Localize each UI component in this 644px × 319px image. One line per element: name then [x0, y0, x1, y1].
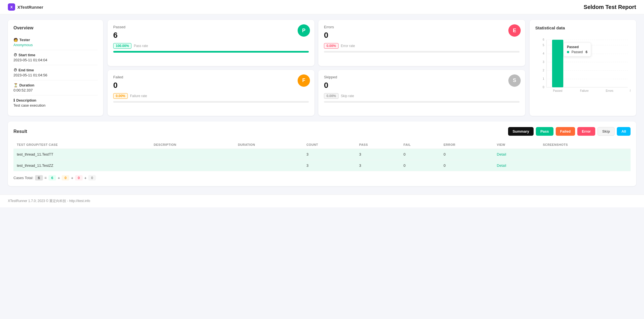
overview-end-value: 2023-05-11 01:04:56	[13, 73, 98, 77]
failed-button[interactable]: Failed	[556, 127, 575, 136]
svg-text:Failure: Failure	[580, 89, 589, 92]
passed-rate-label: Pass rate	[134, 44, 148, 48]
row1-desc	[150, 149, 235, 160]
stats-grid: Passed 6 P 100.00% Pass rate Errors 0 E …	[108, 20, 525, 116]
svg-text:Passed: Passed	[553, 89, 562, 92]
footer: XTestRunner 1.7.0; 2023 © 重定向科技 - http:/…	[0, 194, 644, 207]
row2-name: test_thread_11.TestZZ	[13, 160, 150, 171]
stat-errors-count: 0	[324, 31, 520, 40]
row2-view[interactable]: Detail	[494, 160, 539, 171]
summary-button[interactable]: Summary	[508, 127, 534, 136]
overview-tester-row: 🧑 Tester Anonymous	[13, 35, 98, 50]
detail-link-2[interactable]: Detail	[497, 163, 506, 168]
plus2: +	[71, 176, 73, 180]
footer-text: XTestRunner 1.7.0; 2023 © 重定向科技 - http:/…	[8, 199, 90, 203]
page-title: Seldom Test Report	[584, 4, 636, 10]
row1-name: test_thread_11.TestTT	[13, 149, 150, 160]
overview-tester-value: Anonymous	[13, 43, 98, 47]
error-button[interactable]: Error	[577, 127, 595, 136]
plus3: +	[84, 176, 87, 180]
row2-desc	[150, 160, 235, 171]
table-body: test_thread_11.TestTT 3 3 0 0 Detail tes…	[13, 149, 631, 171]
main-content: Overview 🧑 Tester Anonymous ⏱ Start time…	[0, 14, 644, 192]
th-error: ERROR	[440, 141, 494, 149]
skip-button[interactable]: Skip	[597, 127, 615, 136]
th-test-group: TEST GROUP/TEST CASE	[13, 141, 150, 149]
skip-count-badge: 0	[88, 175, 96, 180]
errors-progress-bar	[324, 51, 520, 53]
errors-rate-label: Error rate	[341, 44, 355, 48]
failed-icon: F	[298, 74, 310, 87]
passed-icon: P	[298, 24, 310, 37]
stat-skipped-label: Skipped	[324, 75, 520, 79]
clock-icon: ⏱	[13, 53, 17, 57]
info-icon: ℹ	[13, 98, 15, 102]
stat-skipped-count: 0	[324, 81, 520, 90]
logo: X XTestRunner	[8, 3, 43, 11]
detail-link-1[interactable]: Detail	[497, 152, 506, 156]
svg-text:1: 1	[543, 77, 544, 80]
total-count-badge: 6	[35, 175, 43, 180]
result-header: Result Summary Pass Failed Error Skip Al…	[13, 127, 631, 136]
th-view: VIEW	[494, 141, 539, 149]
svg-text:0: 0	[543, 86, 544, 89]
failed-progress-bar	[113, 101, 309, 103]
row1-error: 0	[440, 149, 494, 160]
header: X XTestRunner Seldom Test Report	[0, 0, 644, 14]
row1-view[interactable]: Detail	[494, 149, 539, 160]
svg-text:5: 5	[543, 44, 544, 47]
tester-icon: 🧑	[13, 38, 18, 42]
failed-rate-row: 0.00% Failure rate	[113, 93, 309, 99]
bar-chart: 0 1 2 3 4 5 6 Passed	[535, 34, 631, 101]
th-duration: DURATION	[235, 141, 303, 149]
errors-rate-badge: 0.00%	[324, 43, 339, 49]
overview-end-label: ⏱ End time	[13, 68, 98, 72]
th-pass: PASS	[356, 141, 400, 149]
logo-text: XTestRunner	[17, 5, 43, 10]
cases-total: Cases Total: 6 = 6 + 0 + 0 + 0	[13, 175, 631, 180]
overview-duration-value: 0:00:52.337	[13, 88, 98, 92]
stat-failed-card: Failed 0 F 0.00% Failure rate	[108, 70, 314, 116]
statistical-data-card: Statistical data 0 1 2	[530, 20, 636, 116]
all-button[interactable]: All	[617, 127, 631, 136]
pass-button[interactable]: Pass	[536, 127, 553, 136]
svg-text:3: 3	[543, 60, 544, 64]
eq-sign: =	[45, 176, 47, 180]
skipped-rate-row: 0.00% Skip rate	[324, 93, 520, 99]
cases-total-label: Cases Total:	[13, 176, 33, 180]
pass-count-badge: 6	[48, 175, 56, 180]
th-description: DESCRIPTION	[150, 141, 235, 149]
hourglass-icon: ⏳	[13, 83, 18, 87]
overview-desc-row: ℹ Description Test case execution	[13, 95, 98, 110]
svg-text:6: 6	[543, 38, 544, 41]
passed-progress-bar	[113, 51, 309, 53]
th-count: COUNT	[303, 141, 356, 149]
overview-tester-label: 🧑 Tester	[13, 38, 98, 42]
chart-area: 0 1 2 3 4 5 6 Passed	[535, 34, 631, 101]
stat-passed-count: 6	[113, 31, 309, 40]
skipped-rate-label: Skip rate	[341, 94, 354, 98]
passed-rate-badge: 100.00%	[113, 43, 131, 49]
overview-duration-row: ⏳ Duration 0:00:52.337	[13, 80, 98, 95]
clock2-icon: ⏱	[13, 68, 17, 72]
row1-screenshots	[539, 149, 631, 160]
overview-start-row: ⏱ Start time 2023-05-11 01:04:04	[13, 50, 98, 65]
result-table: TEST GROUP/TEST CASE DESCRIPTION DURATIO…	[13, 141, 631, 171]
overview-start-value: 2023-05-11 01:04:04	[13, 58, 98, 62]
table-row: test_thread_11.TestTT 3 3 0 0 Detail	[13, 149, 631, 160]
th-fail: FAIL	[400, 141, 440, 149]
row1-pass: 3	[356, 149, 400, 160]
result-section: Result Summary Pass Failed Error Skip Al…	[8, 121, 636, 186]
overview-title: Overview	[13, 25, 98, 31]
stat-errors-label: Errors	[324, 25, 520, 29]
row1-duration	[235, 149, 303, 160]
overview-start-label: ⏱ Start time	[13, 53, 98, 57]
plus1: +	[58, 176, 60, 180]
row2-screenshots	[539, 160, 631, 171]
errors-rate-row: 0.00% Error rate	[324, 43, 520, 49]
passed-progress-fill	[113, 51, 309, 53]
skipped-icon: S	[508, 74, 521, 87]
svg-text:2: 2	[543, 69, 544, 72]
row1-fail: 0	[400, 149, 440, 160]
svg-text:Skipped: Skipped	[630, 89, 631, 92]
